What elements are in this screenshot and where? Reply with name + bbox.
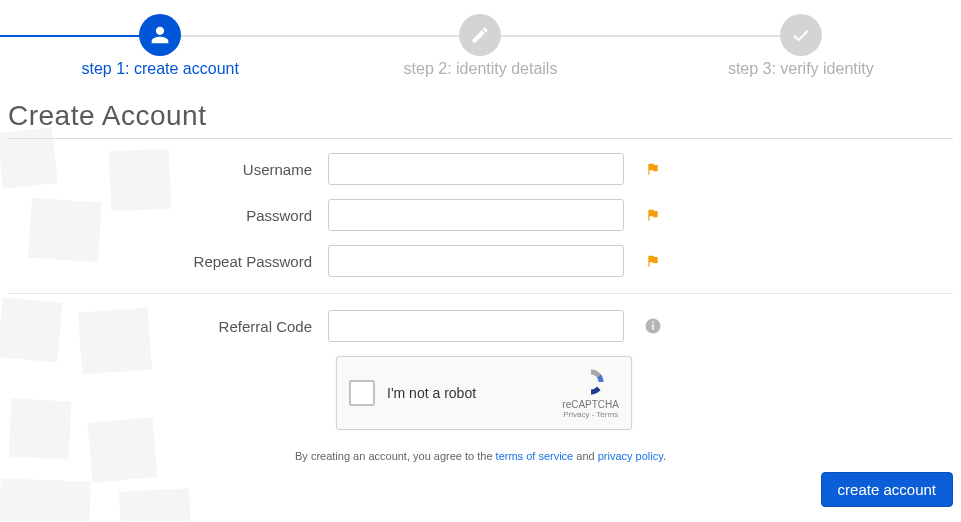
recaptcha-badge: reCAPTCHA Privacy - Terms <box>562 367 619 419</box>
consent-prefix: By creating an account, you agree to the <box>295 450 496 462</box>
create-account-form: Username Password Repeat Password <box>0 153 961 277</box>
step-1-label: step 1: create account <box>0 60 320 78</box>
terms-of-service-link[interactable]: terms of service <box>496 450 574 462</box>
privacy-policy-link[interactable]: privacy policy <box>598 450 663 462</box>
repeat-password-input[interactable] <box>328 245 624 277</box>
repeat-password-label: Repeat Password <box>8 253 328 270</box>
title-divider <box>8 138 953 139</box>
step-3: step 3: verify identity <box>641 0 961 80</box>
create-account-button[interactable]: create account <box>821 472 953 507</box>
user-icon <box>139 14 181 56</box>
consent-suffix: . <box>663 450 666 462</box>
consent-mid: and <box>573 450 597 462</box>
section-divider <box>8 293 953 294</box>
recaptcha-text: I'm not a robot <box>387 385 562 401</box>
referral-code-input[interactable] <box>328 310 624 342</box>
info-icon <box>644 317 662 335</box>
flag-icon <box>644 254 662 268</box>
pencil-icon <box>459 14 501 56</box>
step-2: step 2: identity details <box>320 0 640 80</box>
step-1: step 1: create account <box>0 0 320 80</box>
recaptcha-checkbox[interactable] <box>349 380 375 406</box>
recaptcha-widget: I'm not a robot reCAPTCHA Privacy - Term… <box>336 356 632 430</box>
password-input[interactable] <box>328 199 624 231</box>
recaptcha-brand: reCAPTCHA <box>562 399 619 410</box>
check-icon <box>780 14 822 56</box>
consent-text: By creating an account, you agree to the… <box>0 450 961 462</box>
referral-code-label: Referral Code <box>8 318 328 335</box>
password-label: Password <box>8 207 328 224</box>
username-label: Username <box>8 161 328 178</box>
svg-rect-2 <box>652 322 654 324</box>
recaptcha-links: Privacy - Terms <box>563 410 618 419</box>
step-3-label: step 3: verify identity <box>641 60 961 78</box>
recaptcha-logo-icon <box>576 367 606 397</box>
flag-icon <box>644 208 662 222</box>
stepper: step 1: create account step 2: identity … <box>0 0 961 80</box>
flag-icon <box>644 162 662 176</box>
page-title: Create Account <box>8 100 961 132</box>
step-2-label: step 2: identity details <box>320 60 640 78</box>
username-input[interactable] <box>328 153 624 185</box>
svg-rect-1 <box>652 325 654 330</box>
